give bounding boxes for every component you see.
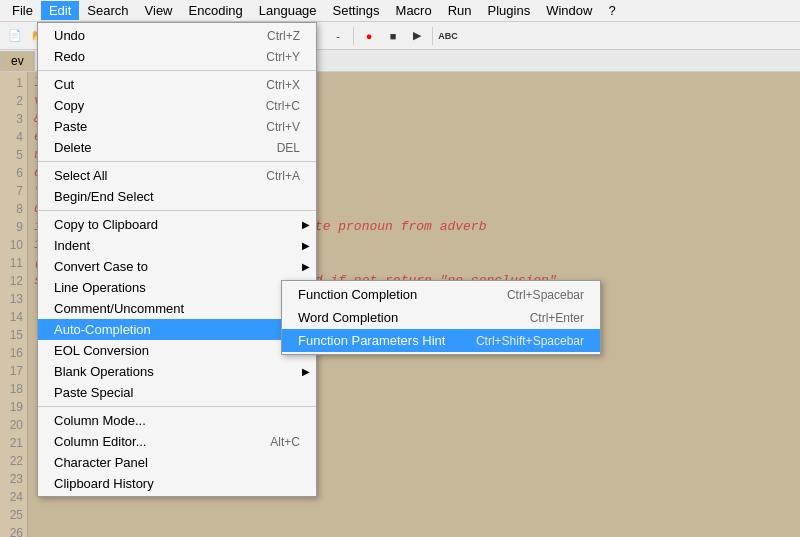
menu-item-eol-conversion[interactable]: EOL Conversion — [38, 340, 316, 361]
menu-item-label: Cut — [54, 77, 74, 92]
submenu-item-label: Function Completion — [298, 287, 417, 302]
abc-button[interactable]: ABC — [437, 25, 459, 47]
line-number: 13 — [0, 290, 23, 308]
line-number: 4 — [0, 128, 23, 146]
line-number: 6 — [0, 164, 23, 182]
menubar: File Edit Search View Encoding Language … — [0, 0, 800, 22]
line-number: 3 — [0, 110, 23, 128]
menu-item-delete[interactable]: DeleteDEL — [38, 137, 316, 158]
menu-language[interactable]: Language — [251, 1, 325, 20]
menu-run[interactable]: Run — [440, 1, 480, 20]
line-number: 12 — [0, 272, 23, 290]
menu-item-convert-case-to[interactable]: Convert Case to — [38, 256, 316, 277]
line-number: 10 — [0, 236, 23, 254]
line-number: 16 — [0, 344, 23, 362]
menu-item-shortcut: Ctrl+X — [266, 78, 300, 92]
submenu-item-word-completion[interactable]: Word CompletionCtrl+Enter — [282, 306, 600, 329]
menu-item-clipboard-history[interactable]: Clipboard History — [38, 473, 316, 494]
submenu-item-label: Function Parameters Hint — [298, 333, 445, 348]
menu-item-comment-uncomment[interactable]: Comment/Uncomment — [38, 298, 316, 319]
line-number: 17 — [0, 362, 23, 380]
line-number: 24 — [0, 488, 23, 506]
menu-item-character-panel[interactable]: Character Panel — [38, 452, 316, 473]
menu-macro[interactable]: Macro — [388, 1, 440, 20]
menu-item-label: Character Panel — [54, 455, 148, 470]
new-button[interactable]: 📄 — [4, 25, 26, 47]
menu-item-shortcut: Ctrl+A — [266, 169, 300, 183]
menu-item-cut[interactable]: CutCtrl+X — [38, 74, 316, 95]
menu-item-label: Paste — [54, 119, 87, 134]
menu-item-label: Column Editor... — [54, 434, 147, 449]
menu-view[interactable]: View — [137, 1, 181, 20]
menu-item-label: Clipboard History — [54, 476, 154, 491]
menu-item-label: Delete — [54, 140, 92, 155]
line-number: 25 — [0, 506, 23, 524]
menu-item-label: Copy — [54, 98, 84, 113]
menu-item-label: Paste Special — [54, 385, 134, 400]
record-button[interactable]: ● — [358, 25, 380, 47]
line-number: 26 — [0, 524, 23, 537]
line-number: 9 — [0, 218, 23, 236]
menu-separator — [38, 210, 316, 211]
menu-file[interactable]: File — [4, 1, 41, 20]
menu-item-shortcut: Alt+C — [270, 435, 300, 449]
line-number: 14 — [0, 308, 23, 326]
menu-item-shortcut: DEL — [277, 141, 300, 155]
menu-settings[interactable]: Settings — [325, 1, 388, 20]
line-number: 22 — [0, 452, 23, 470]
submenu-item-label: Word Completion — [298, 310, 398, 325]
menu-item-indent[interactable]: Indent — [38, 235, 316, 256]
submenu-item-shortcut: Ctrl+Spacebar — [507, 288, 584, 302]
play-button[interactable]: ▶ — [406, 25, 428, 47]
menu-encoding[interactable]: Encoding — [181, 1, 251, 20]
menu-item-column-editor---[interactable]: Column Editor...Alt+C — [38, 431, 316, 452]
line-number: 7 — [0, 182, 23, 200]
menu-separator — [38, 161, 316, 162]
menu-item-shortcut: Ctrl+Z — [267, 29, 300, 43]
line-number: 8 — [0, 200, 23, 218]
menu-item-label: Indent — [54, 238, 90, 253]
menu-window[interactable]: Window — [538, 1, 600, 20]
menu-item-paste[interactable]: PasteCtrl+V — [38, 116, 316, 137]
menu-item-shortcut: Ctrl+Y — [266, 50, 300, 64]
menu-item-paste-special[interactable]: Paste Special — [38, 382, 316, 403]
menu-search[interactable]: Search — [79, 1, 136, 20]
menu-item-select-all[interactable]: Select AllCtrl+A — [38, 165, 316, 186]
menu-item-undo[interactable]: UndoCtrl+Z — [38, 25, 316, 46]
line-number: 23 — [0, 470, 23, 488]
line-number: 1 — [0, 74, 23, 92]
zoom-out-button[interactable]: - — [327, 25, 349, 47]
line-number: 20 — [0, 416, 23, 434]
menu-edit[interactable]: Edit — [41, 1, 79, 20]
menu-help[interactable]: ? — [600, 1, 623, 20]
menu-separator — [38, 70, 316, 71]
stop-button[interactable]: ■ — [382, 25, 404, 47]
edit-menu: UndoCtrl+ZRedoCtrl+YCutCtrl+XCopyCtrl+CP… — [37, 22, 317, 497]
line-numbers: 1234567891011121314151617181920212223242… — [0, 72, 28, 537]
menu-item-copy-to-clipboard[interactable]: Copy to Clipboard — [38, 214, 316, 235]
menu-item-shortcut: Ctrl+V — [266, 120, 300, 134]
menu-item-label: Auto-Completion — [54, 322, 151, 337]
menu-item-copy[interactable]: CopyCtrl+C — [38, 95, 316, 116]
submenu-item-function-parameters-hint[interactable]: Function Parameters HintCtrl+Shift+Space… — [282, 329, 600, 352]
menu-item-label: Column Mode... — [54, 413, 146, 428]
menu-item-blank-operations[interactable]: Blank Operations — [38, 361, 316, 382]
submenu-item-shortcut: Ctrl+Shift+Spacebar — [476, 334, 584, 348]
autocomp-submenu: Function CompletionCtrl+SpacebarWord Com… — [281, 280, 601, 355]
menu-item-label: EOL Conversion — [54, 343, 149, 358]
menu-item-redo[interactable]: RedoCtrl+Y — [38, 46, 316, 67]
submenu-item-function-completion[interactable]: Function CompletionCtrl+Spacebar — [282, 283, 600, 306]
menu-item-auto-completion[interactable]: Auto-Completion — [38, 319, 316, 340]
menu-item-line-operations[interactable]: Line Operations — [38, 277, 316, 298]
menu-item-column-mode---[interactable]: Column Mode... — [38, 410, 316, 431]
line-number: 5 — [0, 146, 23, 164]
menu-item-label: Convert Case to — [54, 259, 148, 274]
tab-ev[interactable]: ev — [0, 51, 35, 71]
menu-item-label: Select All — [54, 168, 107, 183]
menu-item-label: Begin/End Select — [54, 189, 154, 204]
menu-item-begin-end-select[interactable]: Begin/End Select — [38, 186, 316, 207]
menu-item-label: Redo — [54, 49, 85, 64]
toolbar-sep-6 — [353, 27, 354, 45]
menu-plugins[interactable]: Plugins — [480, 1, 539, 20]
menu-item-label: Undo — [54, 28, 85, 43]
